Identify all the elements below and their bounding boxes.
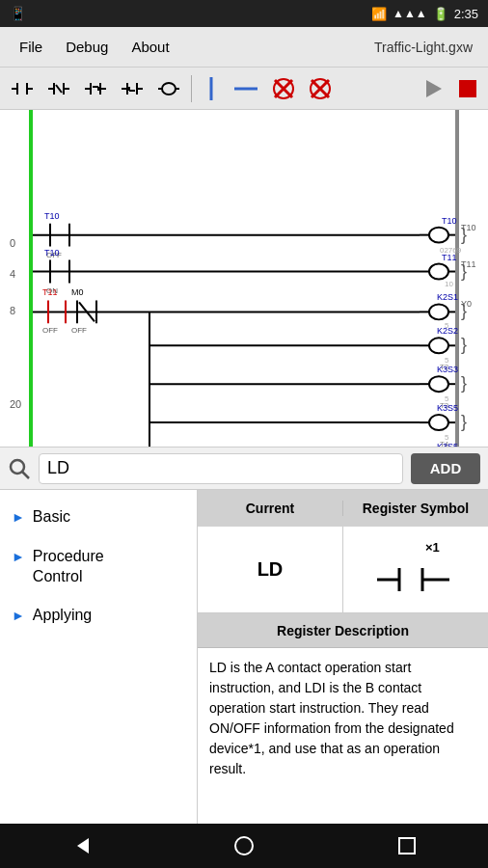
svg-text:T11: T11 (442, 253, 456, 262)
svg-text:4: 4 (10, 269, 15, 281)
contact-neg-btn[interactable] (116, 73, 149, 104)
svg-text:K3S3: K3S3 (437, 365, 458, 374)
android-nav-bar (0, 824, 488, 868)
svg-text:20: 20 (10, 398, 21, 410)
add-button[interactable]: ADD (411, 453, 480, 484)
register-row: LD ×1 (198, 527, 488, 613)
current-value-cell: LD (198, 527, 343, 612)
current-col-header: Current (198, 501, 343, 516)
svg-text:T10: T10 (442, 216, 456, 226)
svg-text:8: 8 (10, 305, 15, 316)
symbol-cell: ×1 (343, 527, 488, 612)
svg-text:OFF: OFF (71, 326, 87, 335)
svg-text:K2S2: K2S2 (437, 326, 458, 336)
recent-button[interactable] (388, 827, 426, 865)
bottom-panel: ► Basic ► ProcedureControl ► Applying Cu… (0, 490, 488, 866)
basic-label: Basic (33, 507, 70, 528)
delete-x-btn[interactable] (267, 73, 300, 104)
svg-text:10: 10 (445, 280, 453, 288)
svg-text:0: 0 (10, 237, 15, 249)
stop-btn[interactable] (453, 73, 482, 104)
file-title: Traffic-Light.gxw (374, 40, 480, 55)
search-icon (8, 457, 31, 480)
svg-text:}: } (461, 335, 467, 354)
applying-label: Applying (33, 606, 92, 626)
toolbar (0, 68, 488, 110)
svg-text:Y0: Y0 (461, 299, 472, 309)
register-header: Current Register Symbol (198, 490, 488, 527)
svg-point-148 (235, 837, 253, 854)
applying-arrow: ► (12, 608, 25, 623)
search-input[interactable]: LD (39, 453, 403, 484)
time-display: 2:35 (454, 7, 478, 21)
symbol-col-header: Register Symbol (343, 501, 488, 516)
ladder-diagram[interactable]: 0 4 8 20 40 T10 OFF T10 02769 } T10 ON T… (0, 110, 488, 448)
menu-file[interactable]: File (8, 35, 54, 59)
basic-arrow: ► (12, 509, 25, 525)
svg-text:T11: T11 (42, 287, 57, 297)
menu-about[interactable]: About (120, 35, 180, 59)
svg-text:T10: T10 (461, 223, 475, 232)
svg-text:}: } (461, 412, 467, 431)
svg-rect-36 (455, 110, 459, 447)
svg-text:K3S5: K3S5 (437, 442, 458, 447)
delete-x2-btn[interactable] (304, 73, 337, 104)
search-bar: LD ADD (0, 448, 488, 490)
back-button[interactable] (62, 827, 100, 865)
contact-no-btn[interactable] (6, 73, 39, 104)
nav-item-procedure-control[interactable]: ► ProcedureControl (0, 537, 197, 597)
svg-rect-33 (459, 80, 476, 97)
status-bar: 📱 📶 ▲▲▲ 🔋 2:35 (0, 0, 488, 27)
procedure-label: ProcedureControl (33, 547, 104, 587)
svg-rect-34 (0, 110, 488, 447)
sim-icon: 📱 (10, 6, 26, 21)
svg-text:K2S1: K2S1 (437, 292, 458, 302)
coil-btn[interactable] (152, 73, 185, 104)
svg-text:M0: M0 (71, 287, 83, 297)
svg-text:×1: ×1 (425, 540, 440, 555)
menu-bar: File Debug About Traffic-Light.gxw (0, 27, 488, 68)
svg-text:OFF: OFF (42, 326, 58, 335)
vertical-line-btn[interactable] (198, 73, 225, 104)
home-button[interactable] (225, 827, 263, 865)
svg-text:}: } (461, 373, 467, 393)
register-description-header: Register Description (198, 613, 488, 648)
svg-line-141 (22, 472, 29, 478)
svg-rect-35 (29, 110, 33, 447)
svg-point-22 (162, 83, 176, 95)
svg-marker-147 (77, 838, 89, 854)
svg-rect-149 (399, 838, 415, 854)
nav-item-applying[interactable]: ► Applying (0, 596, 197, 636)
svg-text:T11: T11 (461, 259, 475, 269)
wifi-icon: 📶 (371, 7, 387, 21)
signal-bars: ▲▲▲ (393, 7, 427, 20)
procedure-arrow: ► (12, 549, 25, 564)
svg-marker-32 (426, 80, 442, 97)
horizontal-line-btn[interactable] (229, 73, 263, 104)
svg-text:K3S5: K3S5 (437, 403, 458, 413)
svg-line-8 (56, 85, 62, 93)
run-btn[interactable] (417, 73, 449, 104)
left-nav: ► Basic ► ProcedureControl ► Applying (0, 490, 198, 866)
menu-debug[interactable]: Debug (54, 35, 120, 59)
svg-text:T10: T10 (44, 248, 59, 258)
right-panel: Current Register Symbol LD ×1 Register D… (198, 490, 488, 866)
contact-pos-btn[interactable] (79, 73, 112, 104)
status-right: 📶 ▲▲▲ 🔋 2:35 (371, 7, 478, 21)
nav-item-basic[interactable]: ► Basic (0, 498, 197, 537)
ld-symbol-svg: ×1 (372, 536, 459, 604)
status-left: 📱 (10, 6, 26, 21)
svg-point-140 (11, 460, 24, 474)
toolbar-sep-1 (191, 75, 192, 102)
battery-icon: 🔋 (433, 7, 448, 21)
contact-nc-btn[interactable] (42, 73, 75, 104)
svg-text:T10: T10 (44, 211, 59, 221)
